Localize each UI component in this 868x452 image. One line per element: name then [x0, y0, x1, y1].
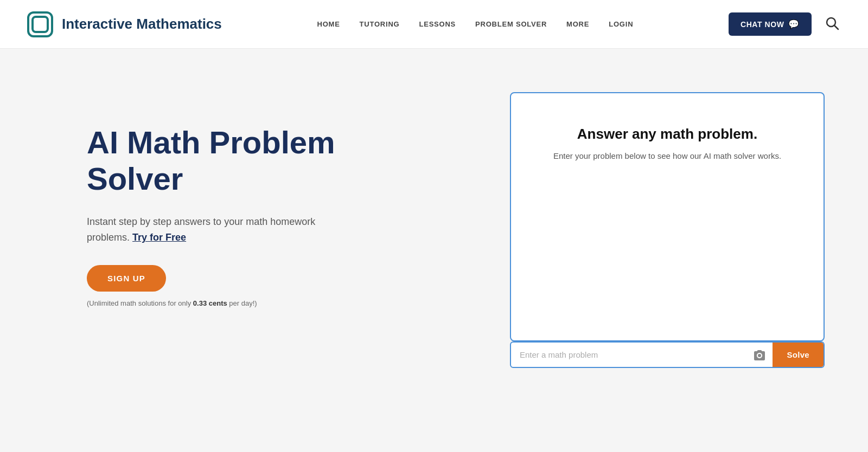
- search-button[interactable]: [822, 14, 842, 35]
- hero-subtitle: Instant step by step answers to your mat…: [87, 214, 347, 246]
- header-actions: CHAT NOW 💬: [729, 12, 842, 36]
- nav-more[interactable]: MORE: [566, 20, 589, 28]
- pricing-prefix: (Unlimited math solutions for only: [87, 299, 193, 307]
- nav-lessons[interactable]: LESSONS: [419, 20, 456, 28]
- logo-text: Interactive Mathematics: [62, 16, 222, 33]
- pricing-note: (Unlimited math solutions for only 0.33 …: [87, 299, 347, 307]
- signup-button[interactable]: SIGN UP: [87, 265, 166, 292]
- nav-problem-solver[interactable]: PROBLEM SOLVER: [475, 20, 547, 28]
- svg-point-2: [827, 18, 835, 27]
- search-icon: [825, 16, 840, 31]
- chat-bubble-icon: 💬: [788, 19, 800, 29]
- nav-home[interactable]: HOME: [317, 20, 340, 28]
- camera-button[interactable]: [746, 343, 773, 367]
- solver-input-row: Solve: [510, 341, 825, 368]
- nav-tutoring[interactable]: TUTORING: [360, 20, 400, 28]
- svg-point-4: [758, 354, 761, 357]
- solver-empty-area: [533, 182, 802, 319]
- pricing-suffix: per day!): [227, 299, 257, 307]
- solve-button[interactable]: Solve: [773, 343, 824, 367]
- svg-line-3: [834, 26, 838, 30]
- logo-link[interactable]: Interactive Mathematics: [26, 10, 222, 38]
- hero-section: AI Math Problem Solver Instant step by s…: [87, 92, 347, 307]
- solver-card-title: Answer any math problem.: [577, 126, 757, 143]
- solver-card: Answer any math problem. Enter your prob…: [510, 92, 825, 341]
- math-problem-input[interactable]: [511, 343, 746, 367]
- hero-subtitle-text: Instant step by step answers to your mat…: [87, 216, 315, 243]
- solver-card-subtitle: Enter your problem below to see how our …: [553, 151, 781, 160]
- chat-now-button[interactable]: CHAT NOW 💬: [729, 12, 812, 36]
- main-content: AI Math Problem Solver Instant step by s…: [0, 49, 868, 452]
- camera-icon: [753, 348, 766, 361]
- logo-icon: [26, 10, 54, 38]
- solver-section: Answer any math problem. Enter your prob…: [510, 92, 825, 368]
- site-header: Interactive Mathematics HOME TUTORING LE…: [0, 0, 868, 49]
- main-nav: HOME TUTORING LESSONS PROBLEM SOLVER MOR…: [317, 20, 633, 28]
- try-free-link[interactable]: Try for Free: [132, 232, 186, 243]
- hero-title: AI Math Problem Solver: [87, 125, 347, 197]
- nav-login[interactable]: LOGIN: [609, 20, 633, 28]
- chat-now-label: CHAT NOW: [741, 20, 784, 29]
- svg-rect-1: [33, 17, 48, 32]
- pricing-bold: 0.33 cents: [193, 299, 227, 307]
